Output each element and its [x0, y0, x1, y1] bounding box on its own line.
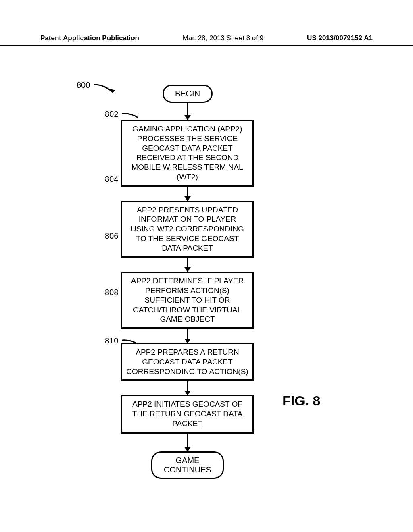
process-box-810: APP2 INITIATES GEOCAST OF THE RETURN GEO… [121, 395, 254, 433]
process-box-804: APP2 PRESENTS UPDATED INFORMATION TO PLA… [121, 201, 254, 258]
terminal-begin: BEGIN [163, 85, 213, 103]
ref-label-808: 808 [105, 288, 118, 297]
leader-arrow-icon [93, 81, 121, 97]
flow-arrow-icon [187, 187, 188, 201]
terminal-end: GAME CONTINUES [151, 451, 224, 479]
flow-arrow-icon [187, 434, 188, 451]
process-box-808: APP2 PREPARES A RETURN GEOCAST DATA PACK… [121, 343, 254, 381]
terminal-end-line1: GAME [164, 456, 211, 465]
header-date-sheet: Mar. 28, 2013 Sheet 8 of 9 [183, 34, 263, 42]
header-publication-number: US 2013/0079152 A1 [307, 34, 373, 42]
page-header: Patent Application Publication Mar. 28, … [0, 34, 413, 46]
ref-label-800: 800 [77, 81, 90, 90]
ref-label-802: 802 [105, 110, 118, 119]
process-box-806: APP2 DETERMINES IF PLAYER PERFORMS ACTIO… [121, 272, 254, 329]
flow-arrow-icon [187, 103, 188, 120]
flow-arrow-icon [187, 329, 188, 343]
process-box-802: GAMING APPLICATION (APP2) PROCESSES THE … [121, 120, 254, 187]
ref-label-810: 810 [105, 336, 118, 345]
ref-label-806: 806 [105, 231, 118, 241]
flow-arrow-icon [187, 381, 188, 395]
ref-label-804: 804 [105, 175, 118, 184]
terminal-end-line2: CONTINUES [164, 465, 211, 474]
flow-arrow-icon [187, 258, 188, 272]
figure-label: FIG. 8 [282, 393, 320, 409]
header-publication-type: Patent Application Publication [40, 34, 139, 42]
